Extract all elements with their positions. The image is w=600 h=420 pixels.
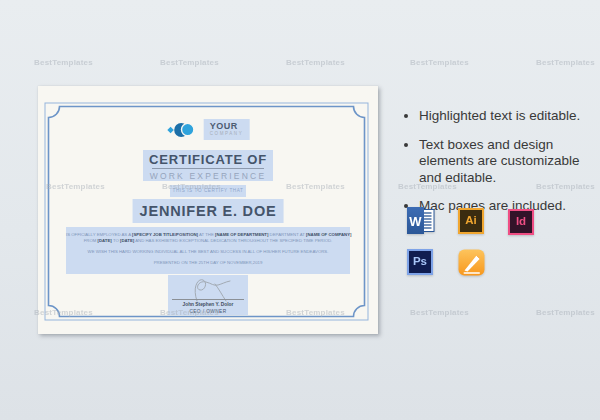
recipient-name: JENNIFER E. DOE [133, 199, 284, 223]
template-preview-page: YOUR COMPANY CERTIFICATE OF WORK EXPERIE… [0, 0, 600, 420]
signature-block: John Stephen Y. Dolor CEO / OWNER [168, 275, 248, 315]
watermark-text: BestTemplates [410, 58, 469, 67]
watermark-text: BestTemplates [536, 58, 595, 67]
photoshop-icon: Ps [407, 249, 433, 275]
watermark-text: BestTemplates [410, 308, 469, 317]
app-icons: W Ai Id Ps [406, 206, 576, 286]
illustrator-icon: Ai [458, 208, 484, 234]
logo-mark-icon [167, 121, 201, 139]
body-line: FROM [DATE] TO [DATE] AND HAS EXHIBITED … [66, 238, 350, 244]
word-icon: W [406, 206, 437, 235]
certificate-title: CERTIFICATE OF [143, 152, 273, 167]
bullet-item: Highlighted text is editable. [419, 108, 600, 125]
company-name-box: YOUR COMPANY [204, 119, 250, 140]
body-line: WE WISH THIS HARD WORKING INDIVIDUAL ALL… [66, 249, 350, 255]
company-subname: COMPANY [210, 131, 244, 137]
pages-icon [458, 249, 485, 276]
watermark-text: BestTemplates [34, 58, 93, 67]
certificate-body: IS OFFICIALLY EMPLOYED AS A [SPECIFY JOB… [66, 227, 350, 274]
bullet-item: Text boxes and design elements are custo… [419, 137, 600, 187]
certify-line: THIS IS TO CERTIFY THAT [170, 185, 246, 197]
signatory-title: CEO / OWNER [168, 309, 248, 314]
svg-text:W: W [409, 214, 422, 229]
signature-line [172, 299, 244, 300]
certificate-subtitle: WORK EXPERIENCE [143, 171, 273, 181]
indesign-icon: Id [508, 209, 534, 235]
title-divider [152, 168, 264, 169]
signatory-name: John Stephen Y. Dolor [168, 302, 248, 307]
company-name: YOUR [210, 121, 244, 131]
watermark-text: BestTemplates [160, 58, 219, 67]
certificate-paper: YOUR COMPANY CERTIFICATE OF WORK EXPERIE… [38, 86, 378, 334]
certificate-title-box: CERTIFICATE OF WORK EXPERIENCE [143, 150, 273, 181]
body-line: PRESENTED ON THE 25TH DAY OF NOVEMBER,20… [66, 260, 350, 266]
watermark-text: BestTemplates [286, 58, 345, 67]
company-logo: YOUR COMPANY [167, 119, 250, 140]
watermark-text: BestTemplates [536, 308, 595, 317]
feature-bullets: Highlighted text is editable. Text boxes… [404, 108, 600, 215]
